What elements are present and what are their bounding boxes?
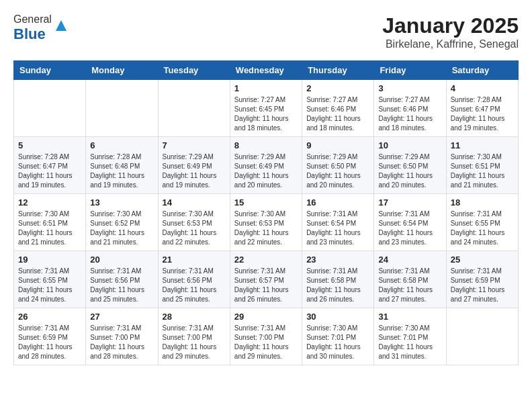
- day-info: Sunrise: 7:31 AMSunset: 6:54 PMDaylight:…: [306, 210, 369, 247]
- calendar-cell: 19Sunrise: 7:31 AMSunset: 6:55 PMDayligh…: [14, 251, 86, 308]
- day-info: Sunrise: 7:30 AMSunset: 6:53 PMDaylight:…: [163, 210, 226, 247]
- day-info: Sunrise: 7:29 AMSunset: 6:50 PMDaylight:…: [378, 152, 441, 190]
- calendar-cell: 9Sunrise: 7:29 AMSunset: 6:50 PMDaylight…: [302, 137, 374, 194]
- calendar-header-row: SundayMondayTuesdayWednesdayThursdayFrid…: [14, 61, 519, 80]
- day-number: 3: [378, 83, 441, 93]
- logo-icon: [54, 19, 68, 32]
- day-number: 11: [451, 140, 514, 150]
- day-number: 15: [234, 197, 298, 208]
- day-number: 19: [18, 255, 81, 265]
- weekday-header-thursday: Thursday: [302, 61, 374, 80]
- title-block: January 2025 Birkelane, Kaffrine, Senega…: [382, 13, 519, 50]
- day-number: 31: [378, 312, 441, 322]
- day-number: 27: [90, 312, 153, 322]
- calendar-cell: [446, 308, 518, 365]
- calendar-cell: 10Sunrise: 7:29 AMSunset: 6:50 PMDayligh…: [374, 137, 446, 194]
- day-info: Sunrise: 7:31 AMSunset: 6:58 PMDaylight:…: [378, 267, 441, 304]
- weekday-header-sunday: Sunday: [14, 61, 86, 80]
- weekday-header-saturday: Saturday: [446, 61, 518, 80]
- calendar-cell: 21Sunrise: 7:31 AMSunset: 6:56 PMDayligh…: [158, 251, 230, 308]
- day-number: 16: [306, 197, 369, 208]
- day-number: 5: [18, 140, 81, 150]
- day-info: Sunrise: 7:30 AMSunset: 6:52 PMDaylight:…: [90, 210, 153, 247]
- calendar-cell: 15Sunrise: 7:30 AMSunset: 6:53 PMDayligh…: [230, 194, 302, 251]
- calendar-cell: 8Sunrise: 7:29 AMSunset: 6:49 PMDaylight…: [230, 137, 302, 194]
- day-number: 21: [163, 255, 226, 265]
- day-info: Sunrise: 7:31 AMSunset: 7:00 PMDaylight:…: [234, 324, 298, 361]
- logo-blue-text: Blue: [13, 26, 46, 42]
- day-info: Sunrise: 7:31 AMSunset: 6:55 PMDaylight:…: [451, 210, 514, 247]
- calendar-cell: 17Sunrise: 7:31 AMSunset: 6:54 PMDayligh…: [374, 194, 446, 251]
- day-info: Sunrise: 7:29 AMSunset: 6:50 PMDaylight:…: [306, 152, 369, 190]
- day-info: Sunrise: 7:29 AMSunset: 6:49 PMDaylight:…: [163, 152, 226, 190]
- day-number: 7: [163, 140, 226, 150]
- day-info: Sunrise: 7:27 AMSunset: 6:46 PMDaylight:…: [306, 95, 369, 133]
- day-info: Sunrise: 7:27 AMSunset: 6:46 PMDaylight:…: [378, 95, 441, 133]
- calendar-cell: 31Sunrise: 7:30 AMSunset: 7:01 PMDayligh…: [374, 308, 446, 365]
- weekday-header-friday: Friday: [374, 61, 446, 80]
- day-number: 17: [378, 197, 441, 208]
- day-number: 25: [451, 255, 514, 265]
- calendar-cell: 20Sunrise: 7:31 AMSunset: 6:56 PMDayligh…: [86, 251, 158, 308]
- svg-marker-0: [56, 20, 66, 31]
- day-info: Sunrise: 7:31 AMSunset: 6:55 PMDaylight:…: [18, 267, 81, 304]
- calendar-week-row: 12Sunrise: 7:30 AMSunset: 6:51 PMDayligh…: [14, 194, 519, 251]
- weekday-header-monday: Monday: [86, 61, 158, 80]
- day-info: Sunrise: 7:27 AMSunset: 6:45 PMDaylight:…: [234, 95, 298, 133]
- calendar-cell: 25Sunrise: 7:31 AMSunset: 6:59 PMDayligh…: [446, 251, 518, 308]
- calendar-cell: 1Sunrise: 7:27 AMSunset: 6:45 PMDaylight…: [230, 80, 302, 137]
- day-number: 13: [90, 197, 153, 208]
- day-number: 29: [234, 312, 298, 322]
- day-number: 28: [163, 312, 226, 322]
- calendar-cell: 6Sunrise: 7:28 AMSunset: 6:48 PMDaylight…: [86, 137, 158, 194]
- calendar-cell: [14, 80, 86, 137]
- day-info: Sunrise: 7:30 AMSunset: 6:53 PMDaylight:…: [234, 210, 298, 247]
- day-number: 20: [90, 255, 153, 265]
- calendar-cell: 5Sunrise: 7:28 AMSunset: 6:47 PMDaylight…: [14, 137, 86, 194]
- weekday-header-wednesday: Wednesday: [230, 61, 302, 80]
- day-info: Sunrise: 7:30 AMSunset: 7:01 PMDaylight:…: [378, 324, 441, 361]
- calendar-cell: 18Sunrise: 7:31 AMSunset: 6:55 PMDayligh…: [446, 194, 518, 251]
- calendar-cell: 27Sunrise: 7:31 AMSunset: 7:00 PMDayligh…: [86, 308, 158, 365]
- day-info: Sunrise: 7:31 AMSunset: 7:00 PMDaylight:…: [163, 324, 226, 361]
- calendar-cell: 12Sunrise: 7:30 AMSunset: 6:51 PMDayligh…: [14, 194, 86, 251]
- calendar-cell: 4Sunrise: 7:28 AMSunset: 6:47 PMDaylight…: [446, 80, 518, 137]
- day-number: 4: [451, 83, 514, 93]
- day-info: Sunrise: 7:31 AMSunset: 6:56 PMDaylight:…: [90, 267, 153, 304]
- month-title: January 2025: [382, 13, 519, 38]
- day-info: Sunrise: 7:30 AMSunset: 6:51 PMDaylight:…: [451, 152, 514, 190]
- day-info: Sunrise: 7:30 AMSunset: 7:01 PMDaylight:…: [306, 324, 369, 361]
- day-info: Sunrise: 7:28 AMSunset: 6:47 PMDaylight:…: [18, 152, 81, 190]
- day-number: 24: [378, 255, 441, 265]
- day-number: 18: [451, 197, 514, 208]
- day-info: Sunrise: 7:31 AMSunset: 6:54 PMDaylight:…: [378, 210, 441, 247]
- day-number: 10: [378, 140, 441, 150]
- day-info: Sunrise: 7:29 AMSunset: 6:49 PMDaylight:…: [234, 152, 298, 190]
- day-number: 12: [18, 197, 81, 208]
- day-number: 1: [234, 83, 298, 93]
- calendar-cell: 24Sunrise: 7:31 AMSunset: 6:58 PMDayligh…: [374, 251, 446, 308]
- day-info: Sunrise: 7:30 AMSunset: 6:51 PMDaylight:…: [18, 210, 81, 247]
- day-number: 26: [18, 312, 81, 322]
- calendar-cell: 13Sunrise: 7:30 AMSunset: 6:52 PMDayligh…: [86, 194, 158, 251]
- calendar-cell: 28Sunrise: 7:31 AMSunset: 7:00 PMDayligh…: [158, 308, 230, 365]
- calendar-cell: 11Sunrise: 7:30 AMSunset: 6:51 PMDayligh…: [446, 137, 518, 194]
- calendar-cell: 30Sunrise: 7:30 AMSunset: 7:01 PMDayligh…: [302, 308, 374, 365]
- day-number: 8: [234, 140, 298, 150]
- day-info: Sunrise: 7:28 AMSunset: 6:47 PMDaylight:…: [451, 95, 514, 133]
- calendar-week-row: 26Sunrise: 7:31 AMSunset: 6:59 PMDayligh…: [14, 308, 519, 365]
- calendar-week-row: 1Sunrise: 7:27 AMSunset: 6:45 PMDaylight…: [14, 80, 519, 137]
- calendar-week-row: 5Sunrise: 7:28 AMSunset: 6:47 PMDaylight…: [14, 137, 519, 194]
- logo-general-text: General: [13, 13, 52, 25]
- calendar-cell: 26Sunrise: 7:31 AMSunset: 6:59 PMDayligh…: [14, 308, 86, 365]
- calendar-cell: 7Sunrise: 7:29 AMSunset: 6:49 PMDaylight…: [158, 137, 230, 194]
- location-title: Birkelane, Kaffrine, Senegal: [382, 38, 519, 50]
- calendar-cell: 16Sunrise: 7:31 AMSunset: 6:54 PMDayligh…: [302, 194, 374, 251]
- calendar-cell: 22Sunrise: 7:31 AMSunset: 6:57 PMDayligh…: [230, 251, 302, 308]
- day-number: 22: [234, 255, 298, 265]
- day-number: 2: [306, 83, 369, 93]
- day-number: 30: [306, 312, 369, 322]
- calendar-cell: 23Sunrise: 7:31 AMSunset: 6:58 PMDayligh…: [302, 251, 374, 308]
- weekday-header-tuesday: Tuesday: [158, 61, 230, 80]
- day-info: Sunrise: 7:31 AMSunset: 7:00 PMDaylight:…: [90, 324, 153, 361]
